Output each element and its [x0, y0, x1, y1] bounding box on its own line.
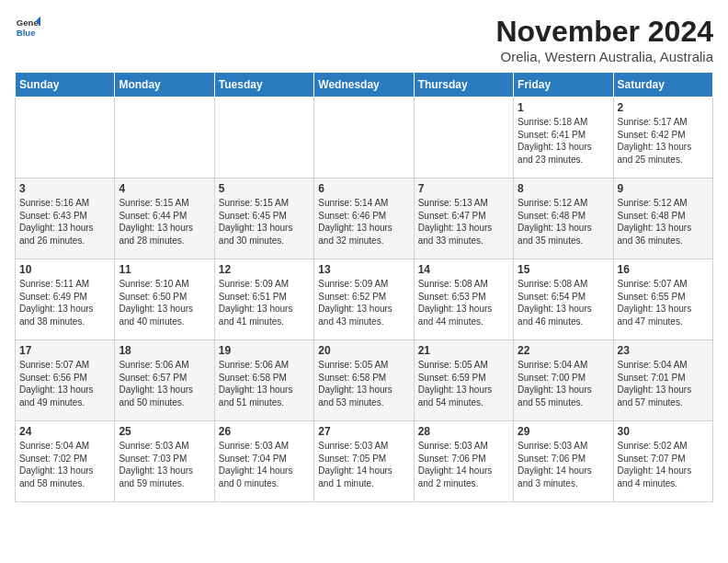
day-info: Sunrise: 5:16 AM Sunset: 6:43 PM Dayligh…: [19, 197, 110, 247]
day-info: Sunrise: 5:04 AM Sunset: 7:00 PM Dayligh…: [518, 359, 609, 408]
day-info: Sunrise: 5:08 AM Sunset: 6:53 PM Dayligh…: [418, 278, 509, 327]
day-info: Sunrise: 5:03 AM Sunset: 7:03 PM Dayligh…: [119, 440, 210, 489]
calendar-cell: [214, 98, 313, 178]
calendar-cell: [314, 98, 414, 178]
day-info: Sunrise: 5:03 AM Sunset: 7:05 PM Dayligh…: [318, 440, 409, 489]
day-number: 15: [518, 263, 609, 276]
weekday-header-thursday: Thursday: [414, 73, 513, 98]
calendar-cell: [414, 98, 513, 178]
calendar-cell: 10Sunrise: 5:11 AM Sunset: 6:49 PM Dayli…: [16, 259, 115, 340]
calendar-cell: 7Sunrise: 5:13 AM Sunset: 6:47 PM Daylig…: [414, 178, 513, 259]
day-number: 12: [219, 263, 310, 276]
day-number: 13: [318, 263, 409, 276]
calendar-cell: 17Sunrise: 5:07 AM Sunset: 6:56 PM Dayli…: [16, 340, 115, 421]
day-number: 22: [518, 344, 609, 357]
calendar-cell: 15Sunrise: 5:08 AM Sunset: 6:54 PM Dayli…: [514, 259, 613, 340]
calendar-cell: 29Sunrise: 5:03 AM Sunset: 7:06 PM Dayli…: [514, 421, 613, 502]
weekday-header-friday: Friday: [514, 73, 613, 98]
day-info: Sunrise: 5:09 AM Sunset: 6:51 PM Dayligh…: [219, 278, 310, 327]
weekday-header-saturday: Saturday: [613, 73, 712, 98]
calendar-header-row: SundayMondayTuesdayWednesdayThursdayFrid…: [16, 73, 713, 98]
calendar-cell: [115, 98, 214, 178]
calendar-cell: 5Sunrise: 5:15 AM Sunset: 6:45 PM Daylig…: [214, 178, 313, 259]
day-number: 21: [418, 344, 509, 357]
logo: General Blue: [15, 15, 40, 40]
day-info: Sunrise: 5:13 AM Sunset: 6:47 PM Dayligh…: [418, 197, 509, 247]
day-number: 2: [618, 101, 709, 114]
day-number: 16: [618, 263, 709, 276]
day-number: 1: [518, 101, 609, 114]
day-number: 9: [618, 182, 709, 195]
calendar-cell: 28Sunrise: 5:03 AM Sunset: 7:06 PM Dayli…: [414, 421, 513, 502]
calendar-cell: 25Sunrise: 5:03 AM Sunset: 7:03 PM Dayli…: [115, 421, 214, 502]
day-info: Sunrise: 5:04 AM Sunset: 7:02 PM Dayligh…: [19, 440, 110, 489]
calendar-cell: 9Sunrise: 5:12 AM Sunset: 6:48 PM Daylig…: [613, 178, 712, 259]
day-info: Sunrise: 5:03 AM Sunset: 7:06 PM Dayligh…: [418, 440, 509, 489]
day-info: Sunrise: 5:12 AM Sunset: 6:48 PM Dayligh…: [618, 197, 709, 247]
weekday-header-sunday: Sunday: [16, 73, 115, 98]
day-number: 24: [19, 425, 110, 438]
calendar-week-2: 10Sunrise: 5:11 AM Sunset: 6:49 PM Dayli…: [16, 259, 713, 340]
calendar-cell: 3Sunrise: 5:16 AM Sunset: 6:43 PM Daylig…: [16, 178, 115, 259]
day-info: Sunrise: 5:05 AM Sunset: 6:59 PM Dayligh…: [418, 359, 509, 408]
day-info: Sunrise: 5:11 AM Sunset: 6:49 PM Dayligh…: [19, 278, 110, 327]
calendar-cell: 16Sunrise: 5:07 AM Sunset: 6:55 PM Dayli…: [613, 259, 712, 340]
day-number: 3: [19, 182, 110, 195]
day-info: Sunrise: 5:14 AM Sunset: 6:46 PM Dayligh…: [318, 197, 409, 247]
month-title: November 2024: [495, 15, 713, 49]
day-info: Sunrise: 5:18 AM Sunset: 6:41 PM Dayligh…: [518, 116, 609, 166]
calendar-cell: 6Sunrise: 5:14 AM Sunset: 6:46 PM Daylig…: [314, 178, 414, 259]
calendar-cell: 19Sunrise: 5:06 AM Sunset: 6:58 PM Dayli…: [214, 340, 313, 421]
calendar-cell: 26Sunrise: 5:03 AM Sunset: 7:04 PM Dayli…: [214, 421, 313, 502]
calendar-cell: 13Sunrise: 5:09 AM Sunset: 6:52 PM Dayli…: [314, 259, 414, 340]
day-info: Sunrise: 5:15 AM Sunset: 6:44 PM Dayligh…: [119, 197, 210, 247]
weekday-header-wednesday: Wednesday: [314, 73, 414, 98]
svg-text:Blue: Blue: [17, 28, 36, 38]
day-number: 11: [119, 263, 210, 276]
calendar-cell: 21Sunrise: 5:05 AM Sunset: 6:59 PM Dayli…: [414, 340, 513, 421]
day-info: Sunrise: 5:06 AM Sunset: 6:58 PM Dayligh…: [219, 359, 310, 408]
day-number: 28: [418, 425, 509, 438]
calendar-cell: 2Sunrise: 5:17 AM Sunset: 6:42 PM Daylig…: [613, 98, 712, 178]
calendar-cell: 8Sunrise: 5:12 AM Sunset: 6:48 PM Daylig…: [514, 178, 613, 259]
day-info: Sunrise: 5:08 AM Sunset: 6:54 PM Dayligh…: [518, 278, 609, 327]
calendar-week-4: 24Sunrise: 5:04 AM Sunset: 7:02 PM Dayli…: [16, 421, 713, 502]
day-number: 14: [418, 263, 509, 276]
location-subtitle: Orelia, Western Australia, Australia: [495, 49, 713, 64]
day-info: Sunrise: 5:03 AM Sunset: 7:04 PM Dayligh…: [219, 440, 310, 489]
day-number: 30: [618, 425, 709, 438]
calendar-cell: [16, 98, 115, 178]
calendar-cell: 1Sunrise: 5:18 AM Sunset: 6:41 PM Daylig…: [514, 98, 613, 178]
day-info: Sunrise: 5:10 AM Sunset: 6:50 PM Dayligh…: [119, 278, 210, 327]
calendar-cell: 24Sunrise: 5:04 AM Sunset: 7:02 PM Dayli…: [16, 421, 115, 502]
day-info: Sunrise: 5:17 AM Sunset: 6:42 PM Dayligh…: [618, 116, 709, 166]
calendar-cell: 18Sunrise: 5:06 AM Sunset: 6:57 PM Dayli…: [115, 340, 214, 421]
calendar-cell: 14Sunrise: 5:08 AM Sunset: 6:53 PM Dayli…: [414, 259, 513, 340]
page-header: General Blue November 2024 Orelia, Weste…: [15, 15, 713, 64]
calendar-cell: 22Sunrise: 5:04 AM Sunset: 7:00 PM Dayli…: [514, 340, 613, 421]
day-info: Sunrise: 5:06 AM Sunset: 6:57 PM Dayligh…: [119, 359, 210, 408]
logo-icon: General Blue: [15, 15, 40, 40]
day-info: Sunrise: 5:07 AM Sunset: 6:55 PM Dayligh…: [618, 278, 709, 327]
day-number: 5: [219, 182, 310, 195]
day-number: 8: [518, 182, 609, 195]
day-info: Sunrise: 5:03 AM Sunset: 7:06 PM Dayligh…: [518, 440, 609, 489]
day-number: 26: [219, 425, 310, 438]
day-number: 19: [219, 344, 310, 357]
day-info: Sunrise: 5:04 AM Sunset: 7:01 PM Dayligh…: [618, 359, 709, 408]
weekday-header-tuesday: Tuesday: [214, 73, 313, 98]
day-number: 25: [119, 425, 210, 438]
day-number: 29: [518, 425, 609, 438]
day-number: 27: [318, 425, 409, 438]
day-number: 6: [318, 182, 409, 195]
day-number: 18: [119, 344, 210, 357]
day-number: 4: [119, 182, 210, 195]
svg-text:General: General: [17, 17, 40, 28]
calendar-table: SundayMondayTuesdayWednesdayThursdayFrid…: [15, 72, 713, 502]
calendar-week-1: 3Sunrise: 5:16 AM Sunset: 6:43 PM Daylig…: [16, 178, 713, 259]
day-info: Sunrise: 5:12 AM Sunset: 6:48 PM Dayligh…: [518, 197, 609, 247]
day-number: 23: [618, 344, 709, 357]
calendar-week-0: 1Sunrise: 5:18 AM Sunset: 6:41 PM Daylig…: [16, 98, 713, 178]
calendar-cell: 11Sunrise: 5:10 AM Sunset: 6:50 PM Dayli…: [115, 259, 214, 340]
day-info: Sunrise: 5:09 AM Sunset: 6:52 PM Dayligh…: [318, 278, 409, 327]
